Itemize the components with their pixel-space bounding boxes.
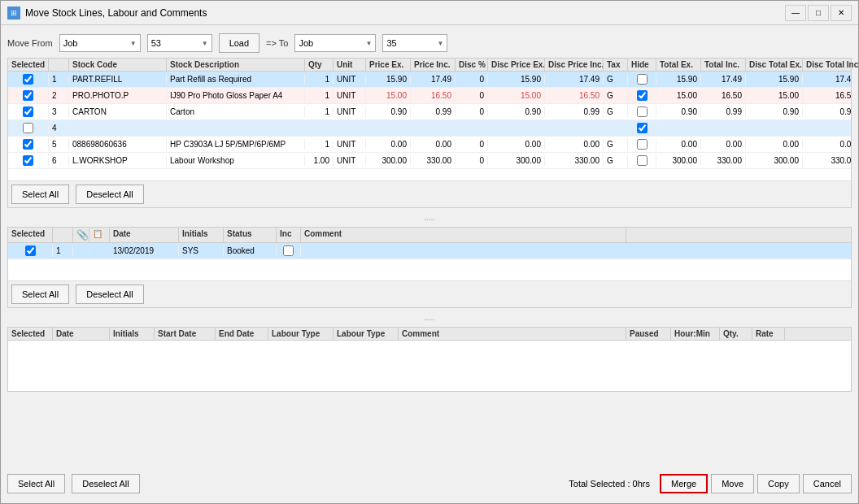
stock-row-checkbox[interactable]	[23, 74, 33, 85]
stock-row-unit: UNIT	[334, 139, 366, 150]
stock-row-tax	[604, 128, 628, 129]
to-label: => To	[266, 38, 288, 48]
window-icon: ⊞	[7, 7, 20, 20]
stock-row-dtotex: 15.00	[746, 90, 803, 101]
stock-row-totinc	[701, 128, 746, 129]
comments-section: Selected 📎 📋 Date Initials Status Inc Co…	[7, 227, 852, 308]
stock-row-hide-checkbox[interactable]	[637, 74, 648, 85]
th-discinc: Disc Price Inc.	[545, 59, 604, 71]
stock-row-qty: 1	[305, 106, 334, 117]
close-button[interactable]: ✕	[831, 5, 852, 21]
table-row: 5 088698060636 HP C3903A LJ 5P/5MP/6P/6M…	[8, 137, 851, 153]
lth-rate: Rate	[752, 328, 785, 340]
stock-row-discex	[488, 128, 545, 129]
lth-qty: Qty.	[720, 328, 752, 340]
stock-row-checkbox-cell	[8, 138, 49, 150]
lth-enddate: End Date	[216, 328, 268, 340]
stock-row-disc: 0	[456, 155, 488, 166]
maximize-button[interactable]: □	[808, 5, 829, 21]
move-button[interactable]: Move	[711, 474, 754, 493]
stock-row-checkbox[interactable]	[23, 123, 33, 133]
stock-row-dtotex	[746, 128, 803, 129]
stock-row-desc: Part Refill as Required	[167, 74, 305, 85]
stock-row-priceinc	[411, 128, 456, 129]
stock-row-totex: 15.00	[656, 90, 701, 101]
title-bar: ⊞ Move Stock Lines, Labour and Comments …	[1, 1, 858, 25]
minimize-button[interactable]: —	[785, 5, 806, 21]
move-from-job-combo[interactable]: 53 ▼	[147, 34, 212, 52]
stock-row-discex: 300.00	[488, 155, 545, 166]
labour-deselect-all-button[interactable]: Deselect All	[72, 474, 139, 493]
comment-row-checkbox[interactable]	[25, 245, 36, 256]
th-selected: Selected	[8, 59, 49, 71]
stock-row-hide-checkbox[interactable]	[637, 139, 648, 150]
stock-row-code: L.WORKSHOP	[69, 155, 167, 166]
stock-row-code: PART.REFILL	[69, 74, 167, 85]
merge-button[interactable]: Merge	[660, 474, 708, 493]
stock-row-priceinc: 0.99	[411, 106, 456, 117]
stock-row-checkbox[interactable]	[23, 155, 33, 166]
to-job-combo[interactable]: 35 ▼	[382, 34, 447, 52]
stock-row-hide-checkbox[interactable]	[637, 155, 648, 166]
cth-comment: Comment	[301, 228, 626, 242]
cancel-button[interactable]: Cancel	[803, 474, 852, 493]
stock-row-desc	[167, 128, 305, 129]
stock-row-hide-cell	[628, 138, 656, 150]
comments-deselect-all-button[interactable]: Deselect All	[76, 285, 143, 304]
labour-table-body	[8, 341, 851, 391]
stock-row-qty: 1	[305, 90, 334, 101]
table-row: 1 PART.REFILL Part Refill as Required 1 …	[8, 72, 851, 88]
top-bar: Move From Job ▼ 53 ▼ Load => To Job ▼ 35…	[7, 32, 852, 54]
to-combo[interactable]: Job ▼	[294, 34, 376, 52]
divider-dots-2: .....	[7, 311, 852, 324]
th-priceinc: Price Inc.	[411, 59, 456, 71]
stock-row-hide-checkbox[interactable]	[637, 106, 648, 117]
stock-row-tax: G	[604, 90, 628, 101]
stock-row-discinc: 17.49	[545, 74, 604, 85]
stock-row-checkbox[interactable]	[23, 139, 33, 150]
th-num	[49, 59, 69, 71]
cth-status: Status	[224, 228, 277, 242]
stock-row-checkbox-cell	[8, 122, 49, 134]
stock-row-tax: G	[604, 106, 628, 117]
stock-row-num: 3	[49, 106, 69, 117]
comment-row-inc-checkbox[interactable]	[283, 245, 294, 256]
main-window: ⊞ Move Stock Lines, Labour and Comments …	[0, 0, 859, 504]
stock-row-priceex	[366, 128, 411, 129]
comment-row-status: Booked	[224, 245, 277, 256]
load-button[interactable]: Load	[219, 33, 259, 53]
stock-row-dtotinc: 330.00	[803, 155, 851, 166]
comments-table-header: Selected 📎 📋 Date Initials Status Inc Co…	[8, 228, 851, 243]
stock-row-dtotex: 300.00	[746, 155, 803, 166]
stock-row-checkbox[interactable]	[23, 90, 33, 101]
comment-row-att	[73, 250, 89, 252]
stock-row-hide-cell	[628, 89, 656, 102]
table-row: 1 13/02/2019 SYS Booked	[8, 243, 851, 259]
stock-row-checkbox[interactable]	[23, 106, 33, 117]
stock-row-priceinc: 17.49	[411, 74, 456, 85]
th-qty: Qty	[305, 59, 334, 71]
stock-table-body: 1 PART.REFILL Part Refill as Required 1 …	[8, 72, 851, 180]
stock-deselect-all-button[interactable]: Deselect All	[76, 185, 143, 204]
table-row: 4	[8, 120, 851, 137]
stock-select-all-button[interactable]: Select All	[11, 185, 69, 204]
stock-row-disc: 0	[456, 74, 488, 85]
combo-arrow-icon: ▼	[130, 40, 137, 47]
copy-button[interactable]: Copy	[757, 474, 800, 493]
stock-row-unit: UNIT	[334, 90, 366, 101]
labour-select-all-button[interactable]: Select All	[7, 474, 65, 493]
stock-row-tax: G	[604, 155, 628, 166]
stock-row-hide-cell	[628, 122, 656, 134]
comments-select-all-button[interactable]: Select All	[11, 285, 69, 304]
stock-row-hide-checkbox[interactable]	[637, 90, 648, 101]
stock-row-hide-checkbox[interactable]	[637, 123, 648, 133]
stock-row-discex: 15.90	[488, 74, 545, 85]
title-controls: — □ ✕	[785, 5, 852, 21]
stock-row-desc: HP C3903A LJ 5P/5MP/6P/6MP	[167, 139, 305, 150]
th-dtotex: Disc Total Ex.	[746, 59, 803, 71]
lth-selected: Selected	[8, 328, 53, 340]
move-from-combo[interactable]: Job ▼	[59, 34, 141, 52]
comments-table-body: 1 13/02/2019 SYS Booked	[8, 243, 851, 280]
stock-section-buttons: Select All Deselect All	[8, 180, 851, 207]
lth-labtype2: Labour Type	[334, 328, 399, 340]
